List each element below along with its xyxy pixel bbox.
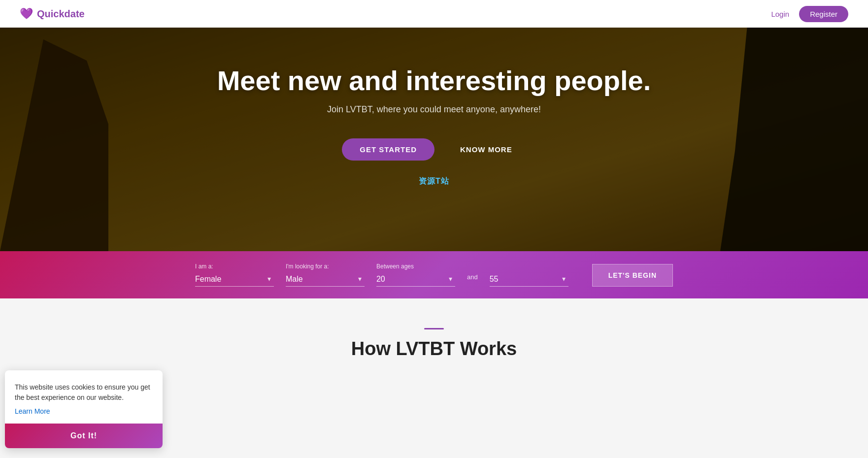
register-button[interactable]: Register bbox=[799, 6, 848, 22]
i-am-field: I am a: Female Male Other bbox=[195, 263, 274, 287]
hero-buttons: GET STARTED KNOW MORE bbox=[217, 138, 651, 161]
looking-for-label: I'm looking for a: bbox=[286, 263, 365, 270]
know-more-button[interactable]: KNOW MORE bbox=[446, 138, 526, 161]
logo: 💜 Quickdate bbox=[20, 7, 85, 20]
age-from-field: Between ages 18192021 25303540 45505560 bbox=[376, 263, 455, 287]
nav-right: Login Register bbox=[771, 6, 848, 22]
i-am-select[interactable]: Female Male Other bbox=[195, 273, 274, 287]
login-button[interactable]: Login bbox=[771, 10, 789, 18]
how-title: How LVTBT Works bbox=[20, 338, 848, 360]
i-am-select-wrapper: Female Male Other bbox=[195, 273, 274, 287]
lets-begin-button[interactable]: LET'S BEGIN bbox=[592, 264, 673, 287]
hero-content: Meet new and interesting people. Join LV… bbox=[217, 65, 651, 187]
search-bar: I am a: Female Male Other I'm looking fo… bbox=[0, 251, 868, 298]
and-label: and bbox=[467, 273, 478, 281]
logo-text: Quickdate bbox=[37, 8, 85, 20]
section-divider bbox=[424, 328, 444, 329]
age-to-field: 18202530 35404550 55606570 bbox=[490, 263, 568, 287]
looking-for-select[interactable]: Male Female Other bbox=[286, 273, 365, 287]
how-section: How LVTBT Works bbox=[0, 298, 868, 379]
looking-for-field: I'm looking for a: Male Female Other bbox=[286, 263, 365, 287]
age-from-select-wrapper: 18192021 25303540 45505560 bbox=[376, 273, 455, 287]
hero-section: Meet new and interesting people. Join LV… bbox=[0, 0, 868, 251]
age-to-label bbox=[490, 263, 568, 270]
i-am-label: I am a: bbox=[195, 263, 274, 270]
age-from-select[interactable]: 18192021 25303540 45505560 bbox=[376, 273, 455, 287]
get-started-button[interactable]: GET STARTED bbox=[342, 138, 434, 161]
age-to-select-wrapper: 18202530 35404550 55606570 bbox=[490, 273, 568, 287]
hero-subtitle: Join LVTBT, where you could meet anyone,… bbox=[217, 104, 651, 115]
hero-title: Meet new and interesting people. bbox=[217, 65, 651, 97]
age-from-label: Between ages bbox=[376, 263, 455, 270]
looking-for-select-wrapper: Male Female Other bbox=[286, 273, 365, 287]
watermark: 资源T站 bbox=[217, 176, 651, 187]
cookie-banner: This website uses cookies to ensure you … bbox=[5, 370, 163, 379]
navbar: 💜 Quickdate Login Register bbox=[0, 0, 868, 28]
age-to-select[interactable]: 18202530 35404550 55606570 bbox=[490, 273, 568, 287]
logo-icon: 💜 bbox=[20, 7, 33, 20]
